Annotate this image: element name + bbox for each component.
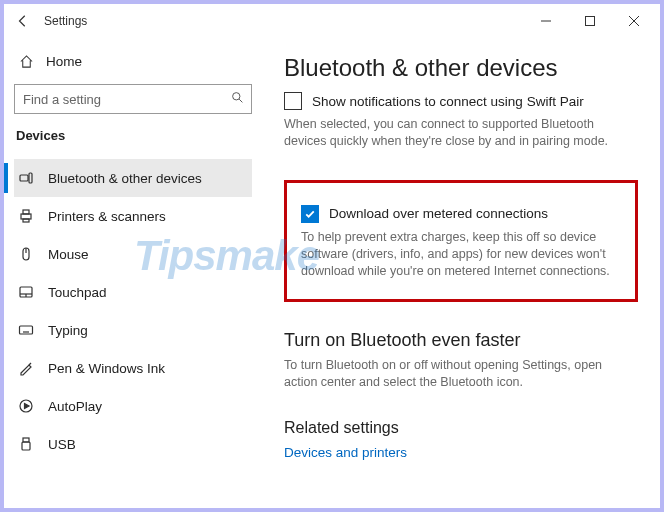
sidebar-item-autoplay[interactable]: AutoPlay xyxy=(14,387,252,425)
metered-checkbox[interactable] xyxy=(301,205,319,223)
svg-point-2 xyxy=(233,93,240,100)
maximize-button[interactable] xyxy=(568,6,612,36)
page-title: Bluetooth & other devices xyxy=(284,54,638,82)
sidebar-item-printers[interactable]: Printers & scanners xyxy=(14,197,252,235)
metered-row: Download over metered connections xyxy=(301,205,621,223)
printer-icon xyxy=(16,208,36,224)
pen-icon xyxy=(16,360,36,376)
sidebar-item-label: Mouse xyxy=(48,247,89,262)
faster-desc: To turn Bluetooth on or off without open… xyxy=(284,357,638,391)
sidebar-item-label: Bluetooth & other devices xyxy=(48,171,202,186)
search-wrap xyxy=(14,84,252,114)
sidebar-section-header: Devices xyxy=(14,128,252,143)
metered-highlight: Download over metered connections To hel… xyxy=(284,180,638,303)
sidebar-home-label: Home xyxy=(46,54,82,69)
sidebar-item-mouse[interactable]: Mouse xyxy=(14,235,252,273)
sidebar-item-label: Touchpad xyxy=(48,285,107,300)
metered-desc: To help prevent extra charges, keep this… xyxy=(301,229,621,280)
search-input[interactable] xyxy=(14,84,252,114)
svg-rect-14 xyxy=(20,326,33,334)
sidebar-item-label: Printers & scanners xyxy=(48,209,166,224)
window-controls xyxy=(524,6,656,36)
related-section: Related settings Devices and printers xyxy=(284,419,638,461)
svg-rect-8 xyxy=(23,219,29,222)
close-button[interactable] xyxy=(612,6,656,36)
sidebar: Home Devices Bluetooth & other devices P… xyxy=(4,38,262,508)
sidebar-item-label: AutoPlay xyxy=(48,399,102,414)
swift-pair-desc: When selected, you can connect to suppor… xyxy=(284,116,638,150)
faster-section: Turn on Bluetooth even faster To turn Bl… xyxy=(284,330,638,391)
touchpad-icon xyxy=(16,284,36,300)
faster-title: Turn on Bluetooth even faster xyxy=(284,330,638,351)
autoplay-icon xyxy=(16,398,36,414)
svg-rect-5 xyxy=(29,173,32,183)
sidebar-item-usb[interactable]: USB xyxy=(14,425,252,463)
titlebar: Settings xyxy=(4,4,660,38)
svg-rect-21 xyxy=(22,442,30,450)
home-icon xyxy=(16,54,36,69)
search-icon xyxy=(231,91,244,107)
sidebar-item-typing[interactable]: Typing xyxy=(14,311,252,349)
sidebar-item-touchpad[interactable]: Touchpad xyxy=(14,273,252,311)
back-button[interactable] xyxy=(8,6,38,36)
svg-rect-20 xyxy=(23,438,29,442)
sidebar-nav: Bluetooth & other devices Printers & sca… xyxy=(14,159,252,463)
bluetooth-icon xyxy=(16,170,36,186)
sidebar-item-label: Typing xyxy=(48,323,88,338)
metered-label: Download over metered connections xyxy=(329,206,548,221)
svg-rect-1 xyxy=(586,17,595,26)
swift-pair-label: Show notifications to connect using Swif… xyxy=(312,94,584,109)
minimize-button[interactable] xyxy=(524,6,568,36)
related-title: Related settings xyxy=(284,419,638,437)
sidebar-item-label: USB xyxy=(48,437,76,452)
svg-rect-6 xyxy=(21,214,31,219)
swift-pair-checkbox[interactable] xyxy=(284,92,302,110)
app-title: Settings xyxy=(44,14,87,28)
sidebar-item-pen[interactable]: Pen & Windows Ink xyxy=(14,349,252,387)
sidebar-item-label: Pen & Windows Ink xyxy=(48,361,165,376)
usb-icon xyxy=(16,436,36,452)
devices-printers-link[interactable]: Devices and printers xyxy=(284,445,407,460)
main-pane: Bluetooth & other devices Show notificat… xyxy=(262,38,660,508)
svg-line-3 xyxy=(239,99,242,102)
svg-rect-7 xyxy=(23,210,29,214)
swift-pair-row: Show notifications to connect using Swif… xyxy=(284,92,638,110)
keyboard-icon xyxy=(16,322,36,338)
sidebar-home[interactable]: Home xyxy=(14,44,252,78)
sidebar-item-bluetooth[interactable]: Bluetooth & other devices xyxy=(14,159,252,197)
svg-rect-4 xyxy=(20,175,28,181)
mouse-icon xyxy=(16,246,36,262)
